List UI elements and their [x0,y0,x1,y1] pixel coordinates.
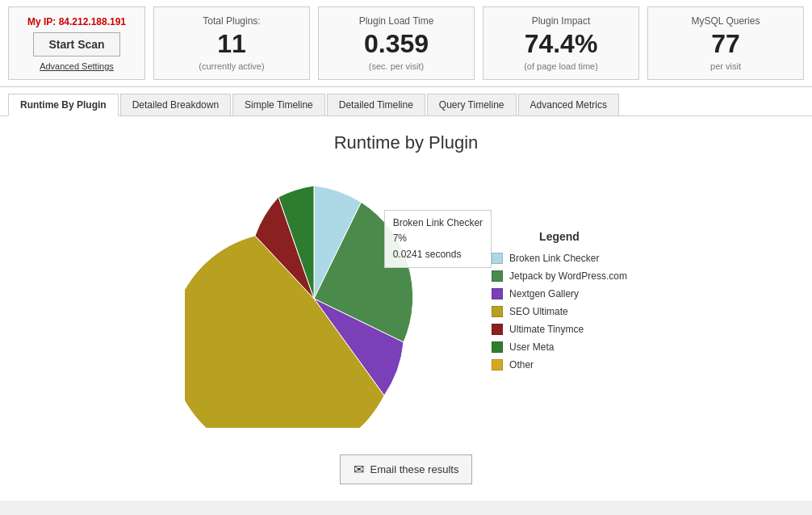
stat-total-plugins-label: Total Plugins: [203,15,260,27]
legend-item-other: Other [492,359,627,371]
tab-query-timeline[interactable]: Query Timeline [427,94,517,115]
email-icon: ✉ [354,462,364,477]
tabs-bar: Runtime By Plugin Detailed Breakdown Sim… [0,87,812,116]
legend-label-user-meta: User Meta [509,341,554,353]
legend-color-nextgen [492,288,503,299]
email-results-label: Email these results [370,463,459,475]
tab-runtime-by-plugin[interactable]: Runtime By Plugin [8,94,119,116]
pie-chart [185,170,443,428]
legend-title: Legend [492,230,627,243]
stat-load-time-sub: (sec. per visit) [369,61,424,71]
legend-color-user-meta [492,341,503,353]
legend-label-broken-link-checker: Broken Link Checker [509,253,599,264]
stat-total-plugins-sub: (currently active) [199,61,264,71]
tab-simple-timeline[interactable]: Simple Timeline [232,94,325,115]
stat-plugin-impact-sub: (of page load time) [524,61,598,71]
legend-color-broken-link-checker [492,253,503,264]
legend-color-ultimate-tinymce [492,324,503,335]
legend-item-seo-ultimate: SEO Ultimate [492,306,627,317]
email-section: ✉ Email these results [16,454,796,484]
stat-plugin-impact: Plugin Impact 74.4% (of page load time) [483,6,639,80]
stat-mysql-queries-label: MySQL Queries [692,15,760,27]
stat-load-time-value: 0.359 [364,30,429,58]
chart-title: Runtime by Plugin [16,132,796,153]
legend-item-broken-link-checker: Broken Link Checker [492,253,627,264]
stat-load-time: Plugin Load Time 0.359 (sec. per visit) [318,6,475,80]
legend-label-other: Other [509,359,534,371]
tab-detailed-breakdown[interactable]: Detailed Breakdown [120,94,231,115]
tab-advanced-metrics[interactable]: Advanced Metrics [518,94,619,115]
stat-plugin-impact-label: Plugin Impact [532,15,591,27]
start-scan-button[interactable]: Start Scan [33,32,119,57]
tab-detailed-timeline[interactable]: Detailed Timeline [327,94,425,115]
legend-item-nextgen: Nextgen Gallery [492,288,627,299]
stat-plugin-impact-value: 74.4% [525,30,598,58]
legend-item-jetpack: Jetpack by WordPress.com [492,270,627,282]
legend-item-ultimate-tinymce: Ultimate Tinymce [492,324,627,335]
legend-color-seo-ultimate [492,306,503,317]
pie-chart-container: Broken Link Checker 7% 0.0241 seconds [185,170,443,430]
scan-panel: My IP: 84.212.188.191 Start Scan Advance… [8,6,145,80]
legend-color-other [492,359,503,371]
email-results-button[interactable]: ✉ Email these results [340,454,473,484]
stat-total-plugins: Total Plugins: 11 (currently active) [153,6,310,80]
legend-item-user-meta: User Meta [492,341,627,353]
legend-label-nextgen: Nextgen Gallery [509,288,579,299]
legend: Legend Broken Link Checker Jetpack by Wo… [492,230,627,371]
legend-color-jetpack [492,270,503,282]
top-bar: My IP: 84.212.188.191 Start Scan Advance… [0,0,812,87]
legend-label-seo-ultimate: SEO Ultimate [509,306,568,317]
legend-label-jetpack: Jetpack by WordPress.com [509,270,627,282]
stat-mysql-queries-sub: per visit [710,61,741,71]
stat-total-plugins-value: 11 [217,30,246,58]
stat-mysql-queries: MySQL Queries 77 per visit [647,6,804,80]
chart-area: Broken Link Checker 7% 0.0241 seconds Le… [16,170,796,430]
stat-mysql-queries-value: 77 [711,30,740,58]
main-content: Runtime by Plugin Broke [0,116,812,500]
stat-load-time-label: Plugin Load Time [359,15,434,27]
my-ip-label: My IP: 84.212.188.191 [27,16,126,27]
legend-label-ultimate-tinymce: Ultimate Tinymce [509,324,584,335]
advanced-settings-link[interactable]: Advanced Settings [40,61,114,71]
